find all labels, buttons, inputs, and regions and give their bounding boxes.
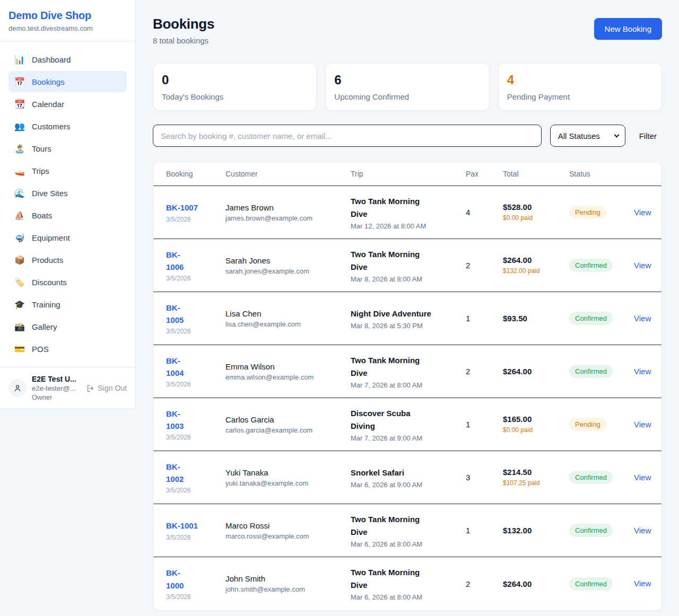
sidebar-item-pos[interactable]: 💳 POS <box>8 338 127 359</box>
total-amount: $93.50 <box>503 314 569 323</box>
sidebar-item-label: Gallery <box>32 322 57 331</box>
table-row: BK- 1006 3/5/2026 Sarah Jones sarah.jone… <box>153 239 661 292</box>
status-filter: All Statuses <box>550 125 625 147</box>
sidebar-item-products[interactable]: 📦 Products <box>8 249 127 270</box>
sidebar-item-label: Training <box>32 300 60 309</box>
sidebar-item-label: Customers <box>32 122 71 131</box>
booking-id-link[interactable]: BK- 1005 <box>166 302 225 327</box>
stat-value: 6 <box>334 73 480 87</box>
sidebar-item-dive-sites[interactable]: 🌊 Dive Sites <box>8 182 127 204</box>
customer-name: Marco Rossi <box>225 521 351 530</box>
booking-date: 3/5/2026 <box>166 534 225 541</box>
view-link[interactable]: View <box>634 526 651 535</box>
booking-id-link[interactable]: BK- 1003 <box>166 408 225 433</box>
camera-icon: 📸 <box>14 322 25 332</box>
wave-icon: 🌊 <box>14 188 25 198</box>
stat-card-pending-payment: 4 Pending Payment <box>498 63 662 111</box>
booking-date: 3/5/2026 <box>166 381 225 388</box>
stat-card-todays-bookings: 0 Today's Bookings <box>153 63 317 111</box>
booking-date: 3/5/2026 <box>166 593 225 601</box>
sidebar-item-label: Tours <box>32 144 51 153</box>
search-input[interactable] <box>153 125 542 147</box>
customer-email: yuki.tanaka@example.com <box>225 479 351 487</box>
bar-chart-icon: 📊 <box>14 55 25 65</box>
table-row: BK- 1002 3/5/2026 Yuki Tanaka yuki.tanak… <box>153 451 661 504</box>
new-booking-button[interactable]: New Booking <box>594 18 662 40</box>
view-link[interactable]: View <box>634 208 651 217</box>
view-link[interactable]: View <box>634 367 651 376</box>
stats-cards: 0 Today's Bookings 6 Upcoming Confirmed … <box>153 63 662 111</box>
paid-amount: $132.00 paid <box>503 266 549 276</box>
sidebar-item-training[interactable]: 🎓 Training <box>8 294 127 315</box>
sidebar: Demo Dive Shop demo.test.divestreams.com… <box>0 0 136 409</box>
stat-label: Upcoming Confirmed <box>334 92 480 101</box>
trip-name: Night Dive Adventure <box>351 307 466 320</box>
sign-out-button[interactable]: Sign Out <box>86 384 127 393</box>
view-link[interactable]: View <box>634 473 651 482</box>
trip-datetime: Mar 6, 2026 at 8:00 AM <box>351 540 466 548</box>
table-row: BK- 1004 3/5/2026 Emma Wilson emma.wilso… <box>153 345 661 398</box>
credit-card-icon: 💳 <box>14 344 25 354</box>
table-row: BK- 1000 3/5/2026 John Smith john.smith@… <box>153 557 661 610</box>
status-badge: Confirmed <box>569 577 613 591</box>
sidebar-item-calendar[interactable]: 📆 Calendar <box>8 93 127 115</box>
trip-name: Discover Scuba Diving <box>351 407 466 433</box>
status-badge: Confirmed <box>569 471 613 484</box>
person-icon <box>13 383 22 393</box>
graduation-cap-icon: 🎓 <box>14 300 25 310</box>
sidebar-item-label: Dashboard <box>32 55 71 64</box>
column-header-booking: Booking <box>166 170 225 178</box>
sidebar-item-label: Discounts <box>32 278 67 287</box>
sidebar-item-discounts[interactable]: 🏷️ Discounts <box>8 271 127 293</box>
sidebar-item-dashboard[interactable]: 📊 Dashboard <box>8 49 127 70</box>
status-badge: Confirmed <box>569 365 613 378</box>
trip-datetime: Mar 6, 2026 at 9:00 AM <box>351 481 466 489</box>
paid-amount: $0.00 paid <box>503 425 549 435</box>
view-link[interactable]: View <box>634 420 651 429</box>
sidebar-item-label: Equipment <box>32 233 70 242</box>
trip-name: Snorkel Safari <box>351 467 466 479</box>
filter-button[interactable]: Filter <box>634 128 662 144</box>
user-role: Owner <box>32 393 76 401</box>
booking-id-link[interactable]: BK- 1000 <box>166 567 225 592</box>
sidebar-nav: 📊 Dashboard 📅 Bookings 📆 Calendar 👥 Cust… <box>0 41 135 367</box>
view-link[interactable]: View <box>634 314 651 323</box>
sidebar-item-bookings[interactable]: 📅 Bookings <box>8 71 127 92</box>
customer-name: Lisa Chen <box>225 309 351 318</box>
trip-datetime: Mar 7, 2026 at 8:00 AM <box>351 381 466 389</box>
customer-name: James Brown <box>225 203 351 212</box>
booking-date: 3/5/2026 <box>166 487 225 494</box>
main-content: Bookings 8 total bookings New Booking 0 … <box>136 0 679 616</box>
stat-value: 4 <box>507 73 653 87</box>
sidebar-item-tours[interactable]: 🏝️ Tours <box>8 138 127 159</box>
total-amount: $528.00 <box>503 203 569 212</box>
sidebar-item-label: POS <box>32 345 49 354</box>
sidebar-item-trips[interactable]: 🚤 Trips <box>8 160 127 181</box>
booking-id-link[interactable]: BK- 1002 <box>166 461 225 486</box>
total-bookings-count: 8 total bookings <box>153 36 214 45</box>
total-amount: $165.00 <box>503 415 569 424</box>
view-link[interactable]: View <box>634 261 651 270</box>
sidebar-item-equipment[interactable]: 🤿 Equipment <box>8 227 127 248</box>
view-link[interactable]: View <box>634 579 651 588</box>
sidebar-item-customers[interactable]: 👥 Customers <box>8 116 127 137</box>
package-icon: 📦 <box>14 255 25 265</box>
pax-count: 1 <box>466 420 503 429</box>
booking-id-link[interactable]: BK-1001 <box>166 520 225 532</box>
page-header: Bookings 8 total bookings New Booking <box>153 16 662 45</box>
booking-id-link[interactable]: BK- 1006 <box>166 249 225 274</box>
customer-name: John Smith <box>225 574 351 583</box>
booking-id-link[interactable]: BK- 1004 <box>166 355 225 380</box>
sidebar-item-label: Products <box>32 256 63 265</box>
avatar <box>8 379 27 397</box>
booking-id-link[interactable]: BK-1007 <box>166 201 225 214</box>
table-header-row: Booking Customer Trip Pax Total Status <box>153 162 661 186</box>
trip-datetime: Mar 7, 2026 at 9:00 AM <box>351 434 466 442</box>
status-badge: Pending <box>569 418 606 431</box>
pax-count: 3 <box>466 473 503 482</box>
sidebar-header: Demo Dive Shop demo.test.divestreams.com <box>0 0 135 41</box>
sidebar-item-gallery[interactable]: 📸 Gallery <box>8 316 127 337</box>
sidebar-item-boats[interactable]: ⛵ Boats <box>8 205 127 226</box>
status-filter-select[interactable]: All Statuses <box>550 125 625 147</box>
status-badge: Confirmed <box>569 259 613 272</box>
